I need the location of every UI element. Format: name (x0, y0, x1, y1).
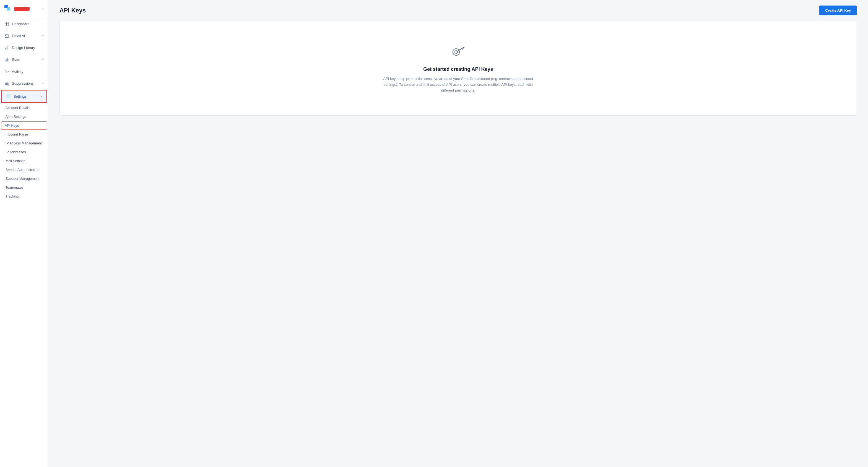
sidebar-item-activity[interactable]: Activity (0, 65, 48, 78)
design-library-icon (4, 46, 9, 50)
sidebar: ▾ Dashboard Email API ▾ Design Library (0, 0, 49, 467)
svg-rect-10 (7, 58, 8, 61)
settings-icon (6, 94, 11, 99)
sidebar-item-suppressions[interactable]: Suppressions ▾ (0, 78, 48, 89)
logo-area[interactable]: ▾ (0, 0, 48, 18)
sidebar-item-teammates[interactable]: Teammates (0, 183, 48, 192)
svg-rect-16 (9, 97, 10, 98)
svg-line-19 (459, 47, 464, 50)
email-api-icon (4, 33, 9, 38)
stats-chevron-icon: ▾ (42, 58, 44, 61)
svg-rect-8 (5, 60, 6, 61)
api-key-illustration-icon (450, 43, 467, 60)
sidebar-item-email-api[interactable]: Email API ▾ (0, 30, 48, 42)
sidebar-item-sender-authentication[interactable]: Sender Authentication (0, 166, 48, 174)
sidebar-item-mail-settings[interactable]: Mail Settings (0, 156, 48, 166)
sendgrid-logo-icon (4, 5, 12, 13)
svg-rect-14 (9, 95, 10, 96)
sidebar-item-inbound-parse[interactable]: Inbound Parse (0, 130, 48, 139)
svg-point-7 (7, 46, 8, 47)
dashboard-icon (4, 22, 9, 26)
create-api-key-button[interactable]: Create API Key (819, 5, 857, 15)
empty-state-card: Get started creating API Keys API keys h… (59, 21, 857, 116)
sidebar-item-tracking[interactable]: Tracking (0, 192, 48, 201)
sidebar-item-dashboard-label: Dashboard (12, 22, 30, 26)
sidebar-item-settings-label: Settings (13, 94, 27, 98)
email-api-chevron-icon: ▾ (42, 34, 44, 37)
sidebar-item-stats[interactable]: Stats ▾ (0, 54, 48, 65)
key-icon (450, 43, 467, 61)
svg-rect-9 (6, 59, 7, 61)
svg-point-17 (453, 49, 459, 55)
sidebar-item-api-keys[interactable]: API Keys (1, 121, 47, 130)
sidebar-item-design-library-label: Design Library (12, 46, 35, 50)
svg-rect-6 (5, 35, 9, 37)
page-title: API Keys (59, 7, 86, 14)
svg-rect-2 (5, 22, 7, 24)
sidebar-item-alert-settings[interactable]: Alert Settings (0, 112, 48, 121)
sidebar-item-design-library[interactable]: Design Library (0, 42, 48, 54)
sidebar-item-settings[interactable]: Settings ▾ (1, 90, 47, 103)
empty-state-title: Get started creating API Keys (423, 66, 493, 72)
logo-chevron-icon: ▾ (42, 7, 44, 10)
svg-rect-15 (7, 97, 8, 98)
sidebar-item-ip-access-management[interactable]: IP Access Management (0, 139, 48, 148)
svg-rect-4 (5, 24, 7, 26)
stats-icon (4, 57, 9, 62)
sidebar-item-subuser-management[interactable]: Subuser Management (0, 174, 48, 183)
sidebar-item-stats-label: Stats (12, 58, 20, 62)
svg-rect-5 (7, 24, 8, 26)
svg-line-12 (8, 84, 8, 85)
suppressions-icon (4, 81, 9, 86)
svg-rect-13 (7, 95, 8, 96)
suppressions-chevron-icon: ▾ (42, 82, 44, 85)
logo-text (14, 7, 30, 11)
empty-state-description: API keys help protect the sensitive area… (381, 76, 536, 93)
settings-submenu: Account Details Alert Settings API Keys … (0, 104, 48, 201)
svg-point-18 (455, 51, 458, 53)
sidebar-item-email-api-label: Email API (12, 34, 27, 38)
sidebar-item-suppressions-label: Suppressions (12, 81, 34, 86)
sidebar-item-account-details[interactable]: Account Details (0, 104, 48, 112)
main-content: API Keys Create API Key Get started crea… (49, 0, 868, 467)
sidebar-item-activity-label: Activity (12, 69, 23, 74)
topbar: API Keys Create API Key (49, 0, 868, 21)
settings-chevron-icon: ▾ (41, 95, 42, 98)
svg-rect-3 (7, 22, 8, 24)
sidebar-item-dashboard[interactable]: Dashboard (0, 18, 48, 30)
svg-rect-1 (7, 7, 10, 10)
activity-icon (4, 69, 9, 74)
sidebar-item-ip-addresses[interactable]: IP Addresses (0, 148, 48, 156)
